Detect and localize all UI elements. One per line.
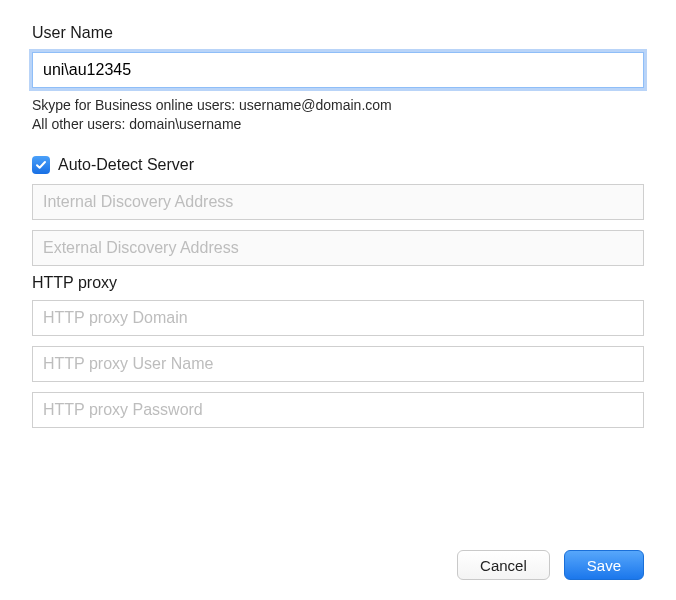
username-hint-line1: Skype for Business online users: usernam… [32,96,644,115]
external-discovery-input[interactable] [32,230,644,266]
auto-detect-label: Auto-Detect Server [58,156,194,174]
button-row: Cancel Save [457,550,644,580]
username-input[interactable] [32,52,644,88]
http-proxy-domain-input[interactable] [32,300,644,336]
username-label: User Name [32,24,644,42]
username-hint: Skype for Business online users: usernam… [32,96,644,134]
http-proxy-username-input[interactable] [32,346,644,382]
save-button[interactable]: Save [564,550,644,580]
http-proxy-label: HTTP proxy [32,274,644,292]
http-proxy-password-input[interactable] [32,392,644,428]
auto-detect-row[interactable]: Auto-Detect Server [32,156,644,174]
checkmark-icon [32,156,50,174]
username-hint-line2: All other users: domain\username [32,115,644,134]
cancel-button[interactable]: Cancel [457,550,550,580]
internal-discovery-input[interactable] [32,184,644,220]
